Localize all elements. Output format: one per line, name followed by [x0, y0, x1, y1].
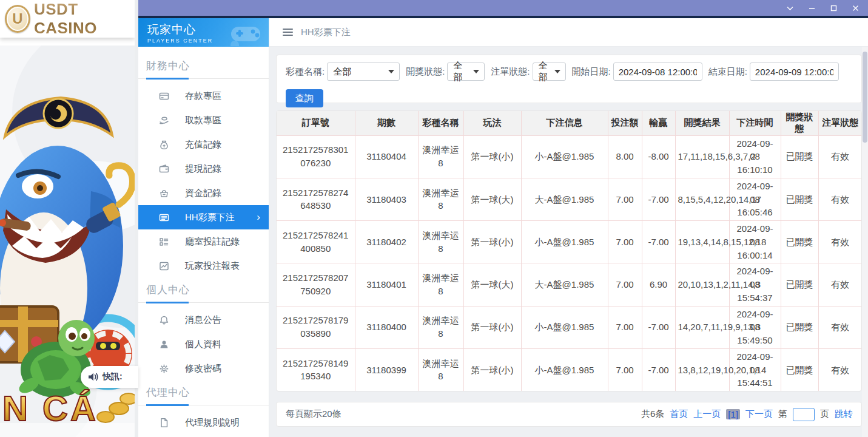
column-header: 訂單號 [277, 111, 355, 135]
column-header: 彩種名稱 [418, 111, 463, 135]
search-button[interactable]: 查詢 [286, 89, 323, 107]
sidebar-item-moneybag[interactable]: 充值記錄 [138, 132, 269, 157]
table-cell: 已開獎 [781, 348, 818, 391]
close-icon[interactable] [851, 4, 860, 12]
order-status-select[interactable]: 全部 [533, 63, 566, 81]
scrollbar-thumb[interactable] [863, 52, 867, 143]
jump-suffix-label: 页 [820, 408, 829, 420]
sidebar-item-document[interactable]: 代理規則說明 [138, 410, 269, 435]
table-cell: 澳洲幸运8 [418, 306, 463, 348]
withdraw-hand-icon [158, 115, 169, 126]
first-page-link[interactable]: 首页 [670, 408, 688, 420]
table-cell: 6.90 [642, 263, 675, 306]
start-date-input[interactable] [613, 63, 702, 81]
table-cell: 31180404 [355, 135, 418, 178]
table-cell: 2152172578274648530 [277, 178, 355, 220]
order-status-label: 注單狀態: [491, 66, 530, 78]
column-header: 開獎結果 [675, 111, 729, 135]
brand-name: USDT CASINO [34, 0, 135, 38]
summary-empty [675, 391, 862, 392]
bell-icon [158, 314, 169, 325]
sidebar-item-ticket[interactable]: HH彩票下注› [138, 205, 269, 229]
sidebar-item-gear[interactable]: 修改密碼 [138, 356, 269, 381]
gamepad-icon [227, 21, 264, 46]
table-cell: 2152172578179035890 [277, 306, 355, 348]
sidebar-item-label: 取款專區 [185, 115, 221, 126]
next-page-link[interactable]: 下一页 [745, 408, 773, 420]
table-cell: 2152172578207750920 [277, 263, 355, 306]
table-cell: 澳洲幸运8 [418, 135, 463, 178]
table-row: 215217257817903589031180400澳洲幸运8第一球(小)小-… [277, 306, 862, 348]
table-cell: 8.00 [608, 135, 642, 178]
table-cell: 澳洲幸运8 [418, 178, 463, 220]
summary-bet-total: 43.00 [608, 391, 642, 392]
table-cell: 31180400 [355, 306, 418, 348]
purse-icon [158, 188, 169, 198]
table-cell: 17,11,18,15,6,3,7,2 [675, 135, 729, 178]
table-cell: 31180401 [355, 263, 418, 306]
minimize-icon[interactable] [807, 4, 816, 12]
titlebar-underline [138, 16, 868, 18]
sidebar-item-label: 個人資料 [185, 339, 221, 350]
draw-status-select[interactable]: 全部 [447, 63, 485, 81]
sidebar-item-bell[interactable]: 消息公告 [138, 308, 269, 332]
column-header: 玩法 [463, 111, 521, 135]
window-titlebar [138, 0, 868, 16]
table-cell: 有效 [818, 263, 862, 306]
column-header: 投注額 [608, 111, 642, 135]
filter-panel: 彩種名稱: 全部 開獎狀態: 全部 注單狀態: 全部 開始日期: 結束日期: 查… [276, 55, 862, 103]
deposit-card-icon [158, 90, 169, 101]
current-page-badge: [1] [726, 409, 740, 419]
news-ticker[interactable]: 快訊: [81, 366, 138, 388]
hamburger-icon[interactable] [283, 29, 293, 36]
scrollbar[interactable] [862, 47, 868, 437]
table-cell: 7.00 [608, 348, 642, 391]
table-cell: 14,20,7,11,19,9,13,3 [675, 306, 729, 348]
table-cell: -7.00 [642, 178, 675, 220]
section-divider [138, 78, 269, 79]
lottery-select[interactable]: 全部 [327, 63, 400, 81]
table-row: 215217257814919534031180399澳洲幸运8第一球(小)小-… [277, 348, 862, 391]
chevron-down-icon[interactable] [786, 4, 794, 12]
table-cell: 已開獎 [781, 263, 818, 306]
prev-page-link[interactable]: 上一页 [693, 408, 721, 420]
sidebar-section-title: 個人中心 [138, 278, 269, 302]
table-cell: 小-A盤@1.985 [521, 306, 608, 348]
table-cell: -8.00 [642, 135, 675, 178]
sidebar-menu: 財務中心存款專區取款專區充值記錄提現記錄資金記錄HH彩票下注›廳室投註記錄玩家投… [138, 47, 269, 435]
table-cell: 已開獎 [781, 135, 818, 178]
table-cell: 第一球(小) [463, 306, 521, 348]
sidebar-item-report[interactable]: 玩家投注報表 [138, 254, 269, 278]
sidebar-item-label: 玩家投注報表 [185, 260, 240, 272]
sidebar-item-withdraw-hand[interactable]: 取款專區 [138, 108, 269, 132]
sidebar-item-list[interactable]: 廳室投註記錄 [138, 229, 269, 254]
table-cell: 第一球(大) [463, 178, 521, 220]
table-cell: 第一球(小) [463, 135, 521, 178]
sidebar-item-user[interactable]: 個人資料 [138, 332, 269, 356]
sidebar-item-wallet[interactable]: 提現記錄 [138, 157, 269, 181]
caret-down-icon [473, 70, 479, 73]
jump-button[interactable]: 跳转 [835, 408, 853, 420]
table-row: 215217257830107623031180404澳洲幸运8第一球(小)小-… [277, 135, 862, 178]
gear-icon [158, 363, 169, 374]
table-cell: 有效 [818, 348, 862, 391]
table-cell: 有效 [818, 306, 862, 348]
table-cell: 澳洲幸运8 [418, 221, 463, 263]
sidebar-item-purse[interactable]: 資金記錄 [138, 181, 269, 205]
table-cell: 31180402 [355, 221, 418, 263]
maximize-icon[interactable] [829, 4, 838, 12]
table-cell: 7.00 [608, 263, 642, 306]
end-date-input[interactable] [750, 63, 839, 81]
ticker-label: 快訊: [103, 371, 123, 382]
sidebar-item-deposit-card[interactable]: 存款專區 [138, 84, 269, 108]
brand-logo: U USDT CASINO [0, 0, 135, 38]
table-cell: 已開獎 [781, 221, 818, 263]
summary-winloss-total: -29.10 [642, 391, 675, 392]
ticket-icon [158, 212, 169, 223]
page-jump-input[interactable] [793, 408, 815, 421]
table-cell: 2152172578241400850 [277, 221, 355, 263]
column-header: 期數 [355, 111, 418, 135]
sidebar-section-title: 代理中心 [138, 381, 269, 405]
table-cell: 31180399 [355, 348, 418, 391]
table-cell: 7.00 [608, 306, 642, 348]
